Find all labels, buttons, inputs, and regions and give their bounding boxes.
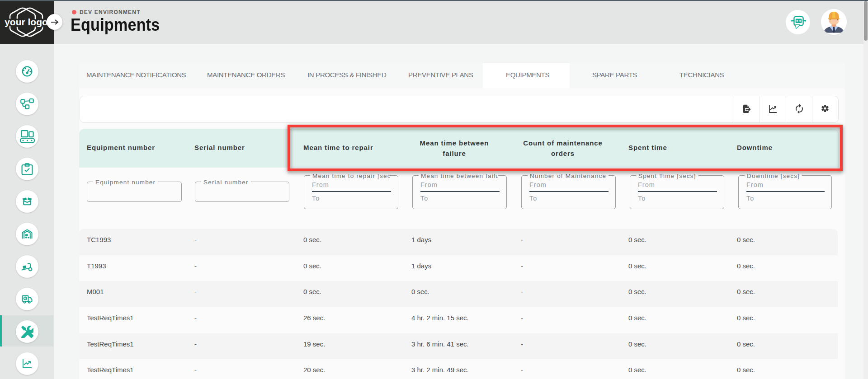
svg-text:your logo: your logo (5, 17, 48, 27)
